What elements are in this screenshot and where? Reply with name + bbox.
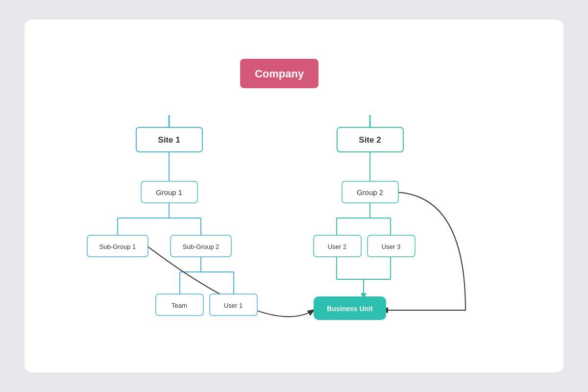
user3-label: User 3 (382, 243, 400, 250)
group2-label: Group 2 (357, 188, 383, 196)
user1-label: User 1 (224, 302, 243, 309)
diagram-card: Company Site 1 Site 2 Group 1 Group 2 Su… (24, 20, 564, 372)
businessunit-label: Business Unit (327, 305, 373, 313)
site2-label: Site 2 (359, 135, 381, 145)
group1-label: Group 1 (156, 188, 182, 196)
team-label: Team (172, 302, 187, 309)
user2-label: User 2 (328, 243, 346, 250)
subgroup1-label: Sub-Group 1 (99, 243, 136, 250)
site1-label: Site 1 (158, 135, 180, 145)
company-label: Company (255, 68, 304, 80)
subgroup2-label: Sub-Group 2 (183, 243, 219, 250)
